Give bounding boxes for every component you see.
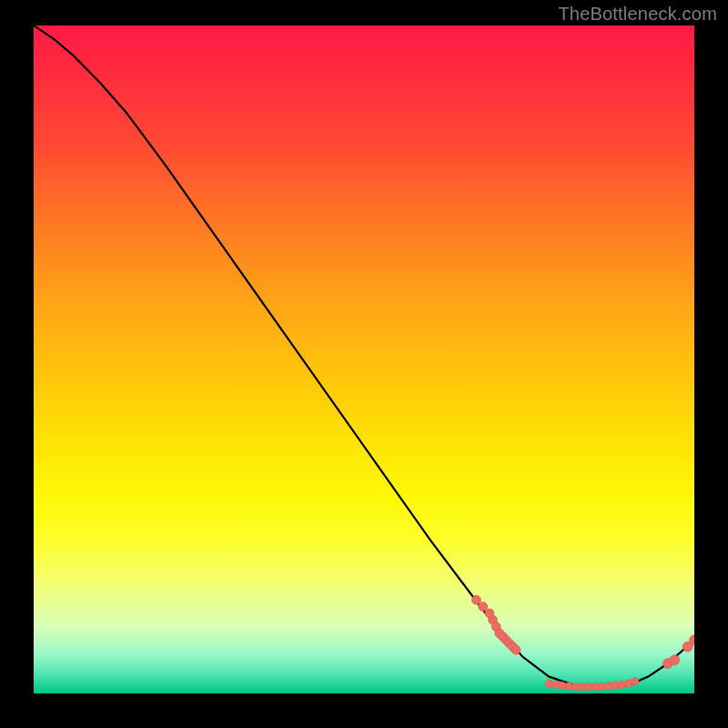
chart-frame: TheBottleneck.com (0, 0, 728, 728)
plot-area (34, 25, 694, 693)
data-points (471, 595, 694, 691)
data-point (479, 602, 488, 612)
data-point (511, 645, 521, 654)
data-point (471, 595, 480, 604)
bottleneck-curve (34, 25, 694, 687)
data-point (670, 655, 680, 665)
data-point (632, 678, 639, 685)
watermark-text: TheBottleneck.com (558, 4, 717, 25)
data-point (618, 681, 625, 688)
curve-layer (34, 25, 694, 693)
